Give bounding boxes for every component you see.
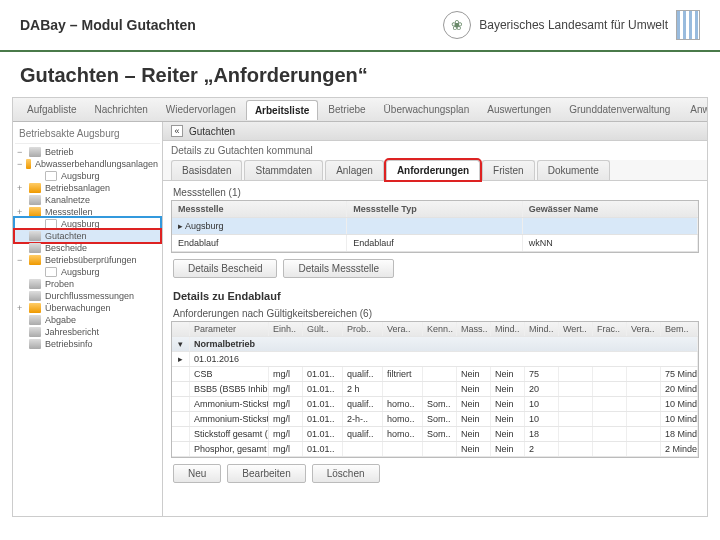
folder-icon <box>45 267 57 277</box>
slide-header-right-text: Bayerisches Landesamt für Umwelt <box>479 18 668 32</box>
tab-stammdaten[interactable]: Stammdaten <box>244 160 323 180</box>
anf-col-header[interactable]: Gült.. <box>303 322 343 336</box>
details-messstelle-button[interactable]: Details Messstelle <box>283 259 394 278</box>
tab-dokumente[interactable]: Dokumente <box>537 160 610 180</box>
lfu-logo-icon: ❀ <box>443 11 471 39</box>
folder-icon <box>29 303 41 313</box>
tree-item[interactable]: Augsburg <box>15 266 160 278</box>
tree-label: Augsburg <box>61 267 100 277</box>
tree-twisty-icon[interactable]: + <box>17 207 25 217</box>
tree-label: Überwachungen <box>45 303 111 313</box>
tab-fristen[interactable]: Fristen <box>482 160 535 180</box>
anf-row[interactable]: BSB5 (BSB5 Inhib A. E.)mg/l01.01..2 hNei… <box>172 382 698 397</box>
anf-col-header[interactable]: Mind.. <box>525 322 559 336</box>
tree-twisty-icon[interactable]: − <box>17 147 25 157</box>
anf-col-header[interactable]: Bem.. <box>661 322 698 336</box>
anf-col-header[interactable]: Kenn.. <box>423 322 457 336</box>
details-bescheid-button[interactable]: Details Bescheid <box>173 259 277 278</box>
tree-item[interactable]: Kanalnetze <box>15 194 160 206</box>
tree-label: Messstellen <box>45 207 93 217</box>
tree-twisty-icon[interactable]: + <box>17 183 25 193</box>
sidebar: Betriebsakte Augsburg −Betrieb−Abwasserb… <box>13 122 163 516</box>
folder-icon <box>29 315 41 325</box>
tree-item[interactable]: Bescheide <box>15 242 160 254</box>
folder-icon <box>29 243 41 253</box>
mess-row[interactable]: ▸ Augsburg <box>172 218 698 235</box>
anf-row[interactable]: Ammonium-Stickstoffmg/l01.01..qualif..ho… <box>172 397 698 412</box>
bearbeiten-button[interactable]: Bearbeiten <box>227 464 305 483</box>
mess-row[interactable]: EndablaufEndablaufwkNN <box>172 235 698 252</box>
anf-col-header[interactable]: Prob.. <box>343 322 383 336</box>
slide-header-right: ❀ Bayerisches Landesamt für Umwelt <box>443 10 700 40</box>
menu-betriebe[interactable]: Betriebe <box>320 100 373 119</box>
menu-grunddatenverwaltung[interactable]: Grunddatenverwaltung <box>561 100 678 119</box>
tree-item[interactable]: Jahresbericht <box>15 326 160 338</box>
tree-twisty-icon[interactable]: − <box>17 255 25 265</box>
anf-col-header[interactable]: Frac.. <box>593 322 627 336</box>
tree-label: Gutachten <box>45 231 87 241</box>
slide-title: Gutachten – Reiter „Anforderungen“ <box>0 52 720 97</box>
anf-row[interactable]: Ammonium-Stickstoffmg/l01.01..2-h-..homo… <box>172 412 698 427</box>
menu-nachrichten[interactable]: Nachrichten <box>86 100 155 119</box>
tree-item[interactable]: −Betriebsüberprüfungen <box>15 254 160 266</box>
tree-label: Augsburg <box>61 171 100 181</box>
group-row-normalbetrieb[interactable]: ▾ Normalbetrieb <box>172 337 698 352</box>
col-messstelle[interactable]: Messstelle <box>172 201 347 217</box>
anf-col-header[interactable]: Einh.. <box>269 322 303 336</box>
group-date-row: ▸ 01.01.2016 <box>172 352 698 367</box>
main-panel: « Gutachten Details zu Gutachten kommuna… <box>163 122 707 516</box>
group-label: Normalbetrieb <box>190 337 698 351</box>
tree-label: Betriebsüberprüfungen <box>45 255 137 265</box>
menu-arbeitsliste[interactable]: Arbeitsliste <box>246 100 318 120</box>
tree-item[interactable]: +Betriebsanlagen <box>15 182 160 194</box>
tab-basisdaten[interactable]: Basisdaten <box>171 160 242 180</box>
tree-label: Betriebsinfo <box>45 339 93 349</box>
tree-item[interactable]: +Messstellen <box>15 206 160 218</box>
user-menu[interactable]: Anwender <box>682 100 708 119</box>
folder-icon <box>29 255 41 265</box>
anf-col-header[interactable]: Mind.. <box>491 322 525 336</box>
tree-item[interactable]: Gutachten <box>15 230 160 242</box>
tree-twisty-icon[interactable]: − <box>17 159 22 169</box>
col-messstelle-typ[interactable]: Messstelle Typ <box>347 201 522 217</box>
tree-label: Durchflussmessungen <box>45 291 134 301</box>
tree-item[interactable]: Proben <box>15 278 160 290</box>
tree-item[interactable]: Abgabe <box>15 314 160 326</box>
anf-col-header[interactable]: Vera.. <box>383 322 423 336</box>
anf-row[interactable]: CSBmg/l01.01..qualif..filtriertNeinNein7… <box>172 367 698 382</box>
anf-col-header[interactable]: Mass.. <box>457 322 491 336</box>
tree-item[interactable]: Augsburg <box>15 170 160 182</box>
panel-title: Gutachten <box>189 126 235 137</box>
anf-col-header[interactable] <box>172 322 190 336</box>
tree-item[interactable]: −Betrieb <box>15 146 160 158</box>
top-menubar: AufgablisteNachrichtenWiedervorlagenArbe… <box>13 98 707 122</box>
tree-label: Jahresbericht <box>45 327 99 337</box>
anf-row[interactable]: Stickstoff gesamt (Σ N..)mg/l01.01..qual… <box>172 427 698 442</box>
tree-item[interactable]: Augsburg <box>15 218 160 230</box>
tree-item[interactable]: +Überwachungen <box>15 302 160 314</box>
tree-item[interactable]: Durchflussmessungen <box>15 290 160 302</box>
menu-aufgabliste[interactable]: Aufgabliste <box>19 100 84 119</box>
anf-row[interactable]: Phosphor, gesamtmg/l01.01..NeinNein22 Mi… <box>172 442 698 457</box>
group-expand-icon[interactable]: ▾ <box>172 337 190 351</box>
loeschen-button[interactable]: Löschen <box>312 464 380 483</box>
folder-icon <box>29 231 41 241</box>
anforderungen-grid: ParameterEinh..Gült..Prob..Vera..Kenn..M… <box>171 321 699 458</box>
col-gewaesser[interactable]: Gewässer Name <box>523 201 698 217</box>
anf-col-header[interactable]: Parameter <box>190 322 269 336</box>
menu-überwachungsplan[interactable]: Überwachungsplan <box>376 100 478 119</box>
anf-col-header[interactable]: Vera.. <box>627 322 661 336</box>
tree-label: Proben <box>45 279 74 289</box>
menu-auswertungen[interactable]: Auswertungen <box>479 100 559 119</box>
tree-item[interactable]: Betriebsinfo <box>15 338 160 350</box>
anf-col-header[interactable]: Wert.. <box>559 322 593 336</box>
menu-wiedervorlagen[interactable]: Wiedervorlagen <box>158 100 244 119</box>
tab-anlagen[interactable]: Anlagen <box>325 160 384 180</box>
tree-twisty-icon[interactable]: + <box>17 303 25 313</box>
tab-anforderungen[interactable]: Anforderungen <box>386 160 480 180</box>
group-date-expand-icon[interactable]: ▸ <box>172 352 190 366</box>
folder-icon <box>29 327 41 337</box>
tree-item[interactable]: −Abwasserbehandlungsanlagen <box>15 158 160 170</box>
neu-button[interactable]: Neu <box>173 464 221 483</box>
collapse-icon[interactable]: « <box>171 125 183 137</box>
